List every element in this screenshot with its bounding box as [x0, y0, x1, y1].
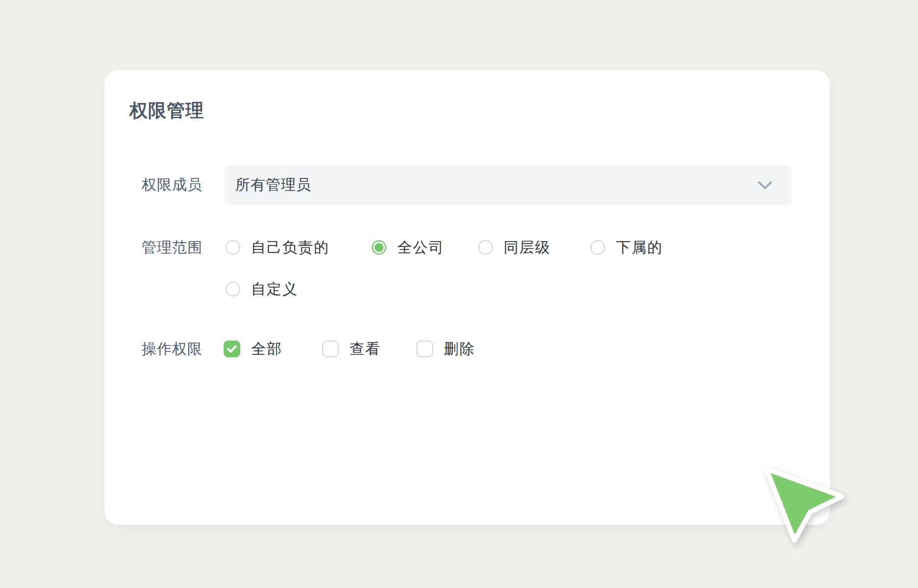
checkbox-unchecked-icon — [322, 341, 339, 357]
member-select-value: 所有管理员 — [235, 175, 311, 195]
radio-unchecked-icon — [226, 240, 240, 255]
action-option-label: 查看 — [350, 339, 381, 359]
check-icon — [227, 344, 237, 353]
scope-option-label: 同层级 — [504, 238, 551, 258]
radio-unchecked-icon — [590, 240, 605, 255]
scope-field-label: 管理范围 — [142, 237, 203, 258]
member-select[interactable]: 所有管理员 — [224, 165, 792, 205]
action-option-delete[interactable]: 删除 — [416, 339, 475, 359]
page-title: 权限管理 — [129, 98, 204, 123]
action-option-all[interactable]: 全部 — [224, 339, 282, 359]
scope-option-label: 自定义 — [251, 279, 298, 299]
scope-option-whole-company[interactable]: 全公司 — [372, 237, 444, 258]
actions-field-label: 操作权限 — [142, 339, 203, 359]
checkbox-checked-icon — [224, 341, 240, 357]
radio-checked-icon — [372, 240, 386, 255]
action-option-view[interactable]: 查看 — [322, 339, 381, 359]
scope-option-same-level[interactable]: 同层级 — [478, 237, 551, 258]
page-background: { "title": "权限管理", "member": { "label": … — [0, 0, 918, 588]
scope-option-custom[interactable]: 自定义 — [226, 279, 298, 299]
chevron-down-icon — [758, 181, 772, 190]
radio-unchecked-icon — [478, 240, 493, 255]
scope-option-self-responsible[interactable]: 自己负责的 — [226, 237, 330, 258]
member-field-label: 权限成员 — [142, 174, 203, 195]
action-option-label: 删除 — [444, 339, 475, 359]
scope-option-label: 自己负责的 — [251, 238, 330, 258]
scope-option-subordinates[interactable]: 下属的 — [590, 237, 663, 258]
scope-option-label: 全公司 — [397, 238, 444, 258]
checkbox-unchecked-icon — [416, 341, 433, 357]
radio-unchecked-icon — [226, 282, 240, 296]
permission-management-card: 权限管理 权限成员 所有管理员 管理范围 自己负责的 全公司 同层级 下属的 自… — [104, 70, 830, 525]
action-option-label: 全部 — [251, 339, 282, 359]
scope-option-label: 下属的 — [616, 238, 663, 258]
